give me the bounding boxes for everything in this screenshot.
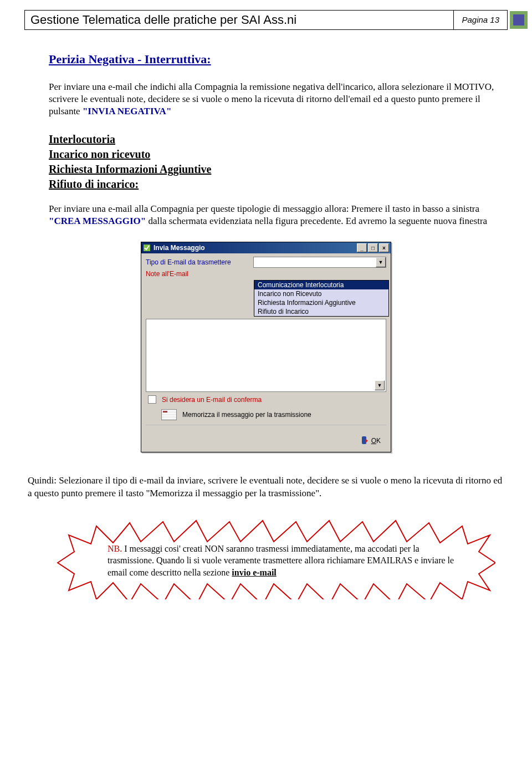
option-rifiuto[interactable]: Rifiuto di Incarico	[254, 307, 388, 316]
sub-heading-rifiuto: Rifiuto di incarico:	[49, 177, 508, 192]
exit-door-icon	[360, 436, 368, 445]
type-label: Tipo di E-mail da trasmettere	[146, 258, 231, 266]
option-incarico[interactable]: Incarico non Ricevuto	[254, 289, 388, 298]
paragraph-2-text-c: dalla schermata evidenziata nella figura…	[146, 216, 487, 226]
confirm-label: Si desidera un E-mail di conferma	[162, 396, 262, 404]
logo-square-icon	[509, 11, 528, 29]
confirm-checkbox[interactable]	[148, 395, 156, 404]
sub-heading-richiesta: Richiesta Informazioni Aggiuntive	[49, 162, 508, 177]
sub-heading-incarico: Incarico non ricevuto	[49, 147, 508, 162]
dialog-app-icon	[143, 244, 151, 252]
dialog-titlebar[interactable]: Invia Messaggio _ □ ×	[141, 242, 391, 253]
minimize-button[interactable]: _	[357, 243, 367, 252]
option-interlocutoria[interactable]: Comunicazione Interlocutoria	[254, 281, 388, 289]
document-list-icon	[161, 409, 177, 420]
paragraph-2: Per inviare una e-mail alla Compagnia pe…	[49, 203, 504, 227]
doc-title: Gestione Telematica delle pratiche per S…	[25, 11, 454, 29]
note-text-a: I messaggi cosi' creati NON saranno tras…	[108, 544, 454, 577]
crea-messaggio-label: "CREA MESSAGGIO"	[49, 216, 146, 226]
sub-heading-list: Interlocutoria Incarico non ricevuto Ric…	[49, 132, 508, 192]
section-heading: Perizia Negativa - Interruttiva:	[49, 52, 508, 67]
paragraph-footer: Quindi: Selezionare il tipo di e-mail da…	[28, 475, 504, 499]
dropdown-arrow-icon[interactable]: ▼	[376, 257, 386, 267]
notes-textarea[interactable]: ▼	[146, 319, 386, 392]
ok-button[interactable]: OK	[371, 437, 381, 445]
email-type-dropdown-list[interactable]: Comunicazione Interlocutoria Incarico no…	[254, 280, 389, 317]
sub-heading-interlocutoria: Interlocutoria	[49, 132, 508, 147]
paragraph-1: Per inviare una e-mail che indichi alla …	[49, 81, 504, 118]
dialog-title: Invia Messaggio	[154, 244, 205, 252]
invia-messaggio-dialog: Invia Messaggio _ □ × Tipo di E-mail da …	[141, 242, 391, 452]
nb-label: NB.	[108, 544, 122, 553]
page-header: Gestione Telematica delle pratiche per S…	[24, 10, 508, 30]
paragraph-2-text-a: Per inviare una e-mail alla Compagnia pe…	[49, 203, 479, 214]
email-type-combobox[interactable]: ▼	[253, 257, 386, 268]
close-button[interactable]: ×	[379, 243, 389, 252]
maximize-button[interactable]: □	[368, 243, 378, 252]
notes-label: Note all'E-mail	[146, 270, 188, 278]
invia-negativa-label: "INVIA NEGATIVA"	[83, 106, 171, 116]
note-callout: NB. I messaggi cosi' creati NON saranno …	[74, 538, 484, 583]
memorize-label: Memorizza il messaggio per la trasmissio…	[182, 411, 311, 419]
note-link-text: invio e-mail	[232, 568, 276, 577]
option-richiesta[interactable]: Richiesta Informazioni Aggiuntive	[254, 298, 388, 307]
memorize-button[interactable]: Memorizza il messaggio per la trasmissio…	[161, 409, 386, 420]
scroll-down-icon[interactable]: ▼	[375, 380, 385, 390]
page-number: Pagina 13	[454, 11, 507, 29]
